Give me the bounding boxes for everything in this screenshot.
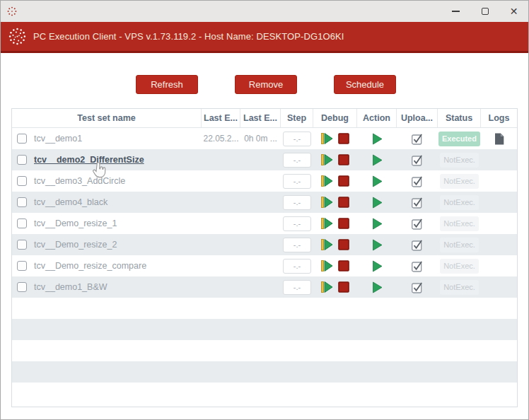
- table-row: tcv__demo2_DifferentSize: [12, 149, 517, 170]
- upload-checkbox[interactable]: [412, 154, 424, 166]
- step-input[interactable]: [283, 153, 311, 168]
- stop-button[interactable]: [338, 260, 349, 272]
- column-header-debug: Debug: [313, 109, 357, 127]
- debug-step-icon: [321, 260, 333, 272]
- stop-button[interactable]: [338, 239, 349, 250]
- column-header-last-exec-duration: Last E...: [240, 109, 281, 127]
- run-button[interactable]: [372, 239, 383, 251]
- titlebar[interactable]: ✕: [1, 1, 528, 22]
- stop-button[interactable]: [338, 175, 349, 187]
- run-button[interactable]: [372, 281, 383, 293]
- step-input[interactable]: [283, 259, 311, 274]
- test-set-name-link[interactable]: tcv__Demo_resize_compare: [34, 261, 146, 271]
- debug-step-icon: [321, 175, 333, 187]
- step-input[interactable]: [283, 132, 311, 146]
- row-select-checkbox[interactable]: [17, 197, 27, 207]
- upload-checkbox[interactable]: [412, 218, 424, 230]
- run-button[interactable]: [372, 133, 383, 145]
- column-header-upload: Uploa...: [397, 109, 438, 127]
- last-exec-duration: 0h 0m ...: [244, 134, 277, 144]
- debug-step-icon: [321, 154, 333, 165]
- status-badge: NotExec.: [440, 238, 479, 252]
- debug-step-button[interactable]: [321, 175, 333, 187]
- play-icon: [372, 281, 383, 293]
- upload-checkbox[interactable]: [412, 197, 424, 209]
- close-button[interactable]: ✕: [499, 1, 528, 22]
- step-input[interactable]: [283, 195, 311, 210]
- step-input[interactable]: [283, 174, 311, 189]
- row-select-checkbox[interactable]: [17, 134, 27, 144]
- status-badge: Executed: [438, 132, 480, 146]
- step-input[interactable]: [283, 280, 311, 295]
- app-logo-icon: [8, 27, 27, 46]
- stop-button[interactable]: [338, 154, 349, 165]
- checkbox-checked-icon: [412, 281, 424, 293]
- test-set-name-link[interactable]: tcv__demo2_DifferentSize: [34, 155, 144, 165]
- empty-row: [12, 319, 517, 340]
- debug-step-icon: [321, 218, 333, 229]
- run-button[interactable]: [372, 218, 383, 230]
- test-set-name-link[interactable]: tcv__demo3_AddCircle: [34, 176, 125, 186]
- debug-step-button[interactable]: [321, 133, 333, 144]
- run-button[interactable]: [372, 197, 383, 209]
- upload-checkbox[interactable]: [412, 133, 424, 145]
- checkbox-checked-icon: [412, 260, 424, 272]
- column-header-action: Action: [357, 109, 397, 127]
- refresh-button[interactable]: Refresh: [136, 75, 198, 94]
- run-button[interactable]: [372, 260, 383, 272]
- debug-step-button[interactable]: [321, 281, 333, 293]
- step-input[interactable]: [283, 216, 311, 231]
- stop-button[interactable]: [338, 133, 349, 144]
- window-controls: ✕: [441, 1, 528, 22]
- play-icon: [372, 154, 383, 166]
- checkbox-checked-icon: [412, 197, 424, 209]
- debug-step-button[interactable]: [321, 218, 333, 229]
- maximize-button[interactable]: [470, 1, 499, 22]
- test-set-name-link[interactable]: tcv__demo1_B&W: [34, 282, 107, 292]
- row-select-checkbox[interactable]: [17, 261, 27, 271]
- remove-button[interactable]: Remove: [235, 75, 297, 94]
- status-badge: NotExec.: [440, 195, 479, 210]
- stop-button[interactable]: [338, 197, 349, 208]
- step-input[interactable]: [283, 238, 311, 252]
- row-select-checkbox[interactable]: [17, 240, 27, 250]
- upload-checkbox[interactable]: [412, 260, 424, 272]
- test-set-name-link[interactable]: tcv__Demo_resize_2: [34, 240, 117, 250]
- checkbox-checked-icon: [412, 154, 424, 166]
- close-icon: ✕: [510, 6, 518, 17]
- debug-step-button[interactable]: [321, 239, 333, 250]
- run-button[interactable]: [372, 154, 383, 166]
- debug-step-button[interactable]: [321, 260, 333, 272]
- minimize-icon: [452, 11, 460, 12]
- column-header-logs: Logs: [481, 109, 517, 127]
- stop-button[interactable]: [338, 281, 349, 293]
- debug-step-button[interactable]: [321, 154, 333, 165]
- table-row: tcv__Demo_resize_1: [12, 213, 517, 234]
- stop-icon: [338, 239, 349, 250]
- checkbox-checked-icon: [412, 218, 424, 230]
- status-badge: NotExec.: [440, 216, 479, 231]
- stop-icon: [338, 175, 349, 187]
- test-set-name-link[interactable]: tcv__demo1: [34, 134, 82, 144]
- debug-step-button[interactable]: [321, 197, 333, 208]
- last-exec-date: 22.05.2...: [203, 134, 238, 144]
- empty-row: [12, 383, 517, 404]
- test-set-name-link[interactable]: tcv__demo4_black: [34, 197, 107, 207]
- row-select-checkbox[interactable]: [17, 218, 27, 228]
- schedule-button[interactable]: Schedule: [334, 75, 396, 94]
- upload-checkbox[interactable]: [412, 175, 424, 187]
- column-header-last-exec-date: Last E...: [202, 109, 240, 127]
- test-set-name-link[interactable]: tcv__Demo_resize_1: [34, 218, 117, 228]
- log-file-button[interactable]: [494, 133, 504, 145]
- column-header-test-set-name: Test set name: [12, 109, 202, 127]
- run-button[interactable]: [372, 175, 383, 187]
- row-select-checkbox[interactable]: [17, 176, 27, 186]
- stop-button[interactable]: [338, 218, 349, 229]
- play-icon: [372, 239, 383, 251]
- status-badge: NotExec.: [440, 174, 479, 189]
- upload-checkbox[interactable]: [412, 281, 424, 293]
- row-select-checkbox[interactable]: [17, 282, 27, 292]
- upload-checkbox[interactable]: [412, 239, 424, 251]
- minimize-button[interactable]: [441, 1, 470, 22]
- row-select-checkbox[interactable]: [17, 155, 27, 165]
